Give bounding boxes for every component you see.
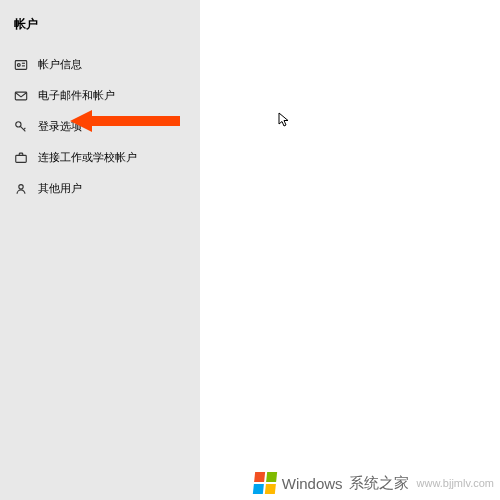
sidebar-item-sign-in-options[interactable]: 登录选项 [0, 111, 200, 142]
svg-point-9 [19, 184, 23, 188]
svg-line-7 [24, 127, 26, 129]
watermark-url: www.bjjmlv.com [417, 477, 494, 489]
watermark: Windows 系统之家 www.bjjmlv.com [254, 472, 494, 494]
watermark-subtitle: 系统之家 [349, 474, 409, 493]
svg-point-1 [17, 63, 20, 66]
main-content [200, 0, 500, 500]
sidebar-item-other-users[interactable]: 其他用户 [0, 173, 200, 204]
windows-logo-icon [253, 472, 277, 494]
svg-rect-8 [16, 155, 27, 162]
sidebar-item-label: 连接工作或学校帐户 [38, 150, 137, 165]
sidebar-item-email-accounts[interactable]: 电子邮件和帐户 [0, 80, 200, 111]
sidebar-item-label: 登录选项 [38, 119, 82, 134]
mail-icon [14, 89, 28, 103]
key-icon [14, 120, 28, 134]
sidebar-item-work-school[interactable]: 连接工作或学校帐户 [0, 142, 200, 173]
sidebar-item-label: 帐户信息 [38, 57, 82, 72]
sidebar-item-label: 电子邮件和帐户 [38, 88, 115, 103]
person-icon [14, 182, 28, 196]
briefcase-icon [14, 151, 28, 165]
sidebar-item-label: 其他用户 [38, 181, 82, 196]
sidebar-item-account-info[interactable]: 帐户信息 [0, 49, 200, 80]
id-icon [14, 58, 28, 72]
sidebar-title: 帐户 [0, 8, 200, 49]
sidebar: 帐户 帐户信息 电子邮件和帐户 登录选项 连接工作或学校帐户 其他用户 [0, 0, 200, 500]
watermark-brand: Windows [282, 475, 343, 492]
